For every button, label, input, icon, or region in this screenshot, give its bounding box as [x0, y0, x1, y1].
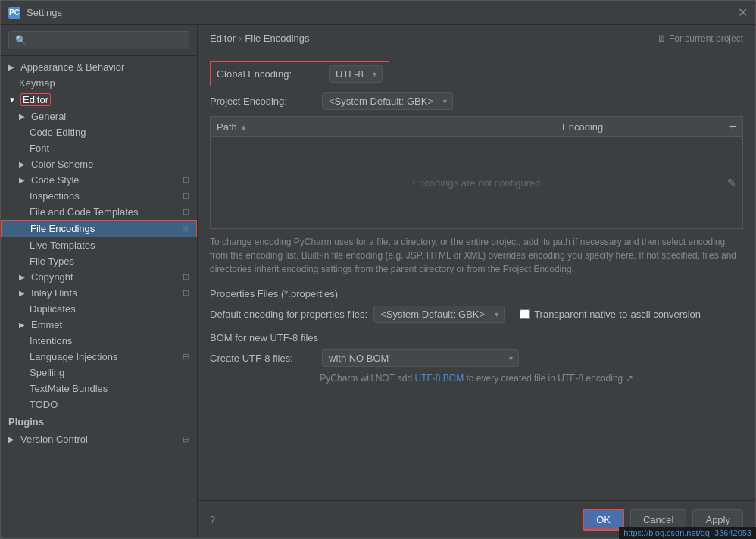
properties-section: Properties Files (*.properties) Default … — [210, 288, 743, 323]
close-button[interactable]: ✕ — [738, 5, 748, 20]
arrow-icon: ▶ — [19, 273, 28, 281]
col-path-header: Path ▲ — [217, 121, 562, 133]
sidebar-item-label: Appearance & Behavior — [20, 61, 124, 73]
global-encoding-row: Global Encoding: UTF-8 — [210, 61, 389, 86]
sidebar-item-label: Language Injections — [30, 351, 117, 362]
sidebar-item-keymap[interactable]: Keymap — [1, 75, 197, 91]
sidebar-item-inspections[interactable]: Inspections ⊟ — [1, 188, 197, 204]
transparent-conversion-checkbox[interactable] — [520, 309, 530, 319]
bom-create-select[interactable]: with NO BOM — [322, 349, 519, 367]
sidebar-item-intentions[interactable]: Intentions — [1, 333, 197, 349]
settings-icon: ⊟ — [183, 191, 189, 201]
sidebar: ▶ Appearance & Behavior Keymap ▼ Editor … — [1, 25, 198, 538]
global-encoding-select[interactable]: UTF-8 — [329, 65, 383, 83]
sidebar-section-plugins[interactable]: Plugins — [1, 412, 197, 431]
sidebar-item-code-editing[interactable]: Code Editing — [1, 124, 197, 140]
breadcrumb: Editor › File Encodings — [210, 33, 310, 44]
transparent-conversion-wrapper: Transparent native-to-ascii conversion — [520, 309, 701, 320]
sidebar-item-label: Intentions — [30, 335, 72, 346]
sidebar-item-version-control[interactable]: ▶ Version Control ⊟ — [1, 431, 197, 447]
sidebar-item-duplicates[interactable]: Duplicates — [1, 301, 197, 317]
table-body: Encodings are not configured ✎ — [211, 137, 742, 228]
sidebar-item-font[interactable]: Font — [1, 140, 197, 156]
breadcrumb-separator: › — [239, 33, 242, 44]
arrow-icon: ▶ — [19, 112, 28, 121]
search-input[interactable] — [8, 31, 189, 49]
sidebar-item-editor[interactable]: ▼ Editor — [1, 91, 197, 108]
breadcrumb-parent: Editor — [210, 33, 236, 44]
breadcrumb-current: File Encodings — [245, 33, 309, 44]
sidebar-item-label: Duplicates — [30, 303, 76, 315]
sidebar-item-label: Live Templates — [30, 240, 95, 251]
content-area: ▶ Appearance & Behavior Keymap ▼ Editor … — [1, 25, 755, 538]
sidebar-item-label: Keymap — [19, 77, 55, 89]
sidebar-item-copyright[interactable]: ▶ Copyright ⊟ — [1, 269, 197, 285]
sidebar-item-file-code-templates[interactable]: File and Code Templates ⊟ — [1, 204, 197, 220]
settings-icon: ⊟ — [182, 224, 189, 233]
sidebar-item-label: TODO — [30, 399, 58, 410]
properties-section-title: Properties Files (*.properties) — [210, 288, 743, 299]
sidebar-item-label: Version Control — [20, 434, 88, 445]
properties-encoding-label: Default encoding for properties files: — [210, 309, 367, 320]
arrow-icon: ▶ — [19, 321, 28, 329]
sidebar-item-file-types[interactable]: File Types — [1, 253, 197, 269]
settings-icon: ⊟ — [183, 207, 189, 217]
sidebar-item-label: File and Code Templates — [30, 206, 139, 218]
sidebar-item-label: Inlay Hints — [31, 287, 77, 299]
sidebar-item-spelling[interactable]: Spelling — [1, 365, 197, 381]
sidebar-item-color-scheme[interactable]: ▶ Color Scheme — [1, 156, 197, 172]
sidebar-item-label: General — [31, 111, 66, 122]
arrow-icon: ▼ — [8, 96, 17, 104]
panel-body: Global Encoding: UTF-8 Project Encoding:… — [198, 52, 755, 500]
settings-window: PC Settings ✕ ▶ Appearance & Behavior Ke… — [0, 0, 756, 539]
sidebar-item-appearance[interactable]: ▶ Appearance & Behavior — [1, 59, 197, 75]
sidebar-item-label: Editor — [20, 93, 51, 106]
project-encoding-select[interactable]: <System Default: GBK> — [322, 92, 453, 110]
settings-icon: ⊟ — [183, 272, 189, 282]
sidebar-item-label: Color Scheme — [31, 158, 93, 170]
sidebar-item-file-encodings[interactable]: File Encodings ⊟ — [1, 220, 197, 237]
window-title: Settings — [27, 7, 62, 18]
bom-section-title: BOM for new UTF-8 files — [210, 332, 743, 343]
properties-encoding-select-wrapper: <System Default: GBK> — [373, 306, 505, 323]
properties-encoding-select[interactable]: <System Default: GBK> — [373, 306, 505, 323]
panel-header: Editor › File Encodings 🖥 For current pr… — [198, 25, 755, 52]
table-header: Path ▲ Encoding + — [211, 117, 742, 137]
main-panel: Editor › File Encodings 🖥 For current pr… — [198, 25, 755, 538]
sidebar-item-emmet[interactable]: ▶ Emmet — [1, 317, 197, 333]
bom-section: BOM for new UTF-8 files Create UTF-8 fil… — [210, 332, 743, 384]
bom-link[interactable]: UTF-8 BOM — [415, 373, 464, 384]
arrow-icon: ▶ — [8, 435, 17, 443]
sidebar-item-label: Spelling — [30, 367, 64, 378]
sidebar-item-language-injections[interactable]: Language Injections ⊟ — [1, 349, 197, 365]
sidebar-item-todo[interactable]: TODO — [1, 396, 197, 412]
search-bar — [1, 25, 197, 56]
project-encoding-select-wrapper: <System Default: GBK> — [322, 92, 453, 110]
sidebar-item-code-style[interactable]: ▶ Code Style ⊟ — [1, 172, 197, 188]
monitor-icon: 🖥 — [657, 33, 666, 44]
bom-create-label: Create UTF-8 files: — [210, 353, 316, 364]
sidebar-item-label: Code Style — [31, 174, 80, 186]
bom-create-row: Create UTF-8 files: with NO BOM — [210, 349, 743, 367]
settings-icon: ⊟ — [183, 175, 189, 185]
project-encoding-label: Project Encoding: — [210, 96, 316, 107]
arrow-icon: ▶ — [19, 176, 28, 184]
sidebar-item-label: Inspections — [30, 190, 80, 202]
bom-note: PyCharm will NOT add UTF-8 BOM to every … — [210, 373, 743, 384]
arrow-icon: ▶ — [19, 289, 28, 297]
sidebar-section-label: Plugins — [8, 416, 44, 428]
sidebar-item-inlay-hints[interactable]: ▶ Inlay Hints ⊟ — [1, 285, 197, 301]
edit-encoding-button[interactable]: ✎ — [727, 177, 736, 189]
sidebar-item-live-templates[interactable]: Live Templates — [1, 237, 197, 253]
ok-button[interactable]: OK — [583, 509, 624, 531]
sidebar-item-textmate[interactable]: TextMate Bundles — [1, 381, 197, 396]
settings-icon: ⊟ — [183, 434, 189, 444]
sidebar-item-general[interactable]: ▶ General — [1, 108, 197, 124]
add-encoding-button[interactable]: + — [714, 120, 736, 133]
arrow-icon: ▶ — [19, 160, 28, 168]
sidebar-item-label: Code Editing — [30, 127, 86, 138]
transparent-conversion-label: Transparent native-to-ascii conversion — [534, 309, 701, 320]
help-button[interactable]: ? — [210, 514, 215, 525]
project-encoding-row: Project Encoding: <System Default: GBK> — [210, 92, 743, 110]
settings-icon: ⊟ — [183, 288, 189, 298]
